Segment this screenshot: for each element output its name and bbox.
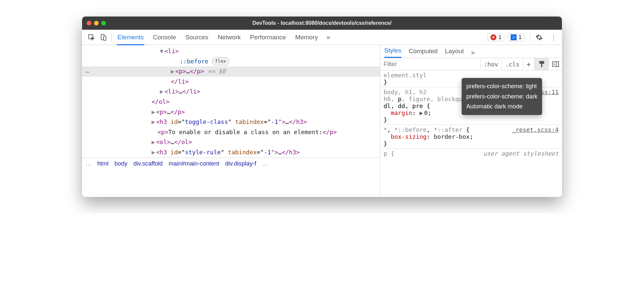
filter-row: :hov .cls +	[380, 58, 562, 70]
dom-tree[interactable]: ▼<li> ::before flex ▶<p>…</p> == $0 </li…	[82, 45, 380, 158]
devtools-window: DevTools - localhost:8080/docs/devtools/…	[82, 17, 562, 197]
issue-icon: ≡	[511, 34, 517, 40]
error-icon: ✕	[490, 34, 496, 40]
dom-pseudo[interactable]: ::before	[180, 58, 208, 65]
popup-item-auto-dark[interactable]: Automatic dark mode	[466, 101, 537, 112]
source-link[interactable]: _reset.scss:4	[512, 126, 559, 133]
toolbar-right: ✕ 1 ≡ 1 ⋮	[487, 33, 559, 42]
dom-selected-row[interactable]: ▶<p>…</p> == $0	[82, 66, 380, 77]
more-side-tabs-icon[interactable]: »	[471, 49, 475, 56]
cls-button[interactable]: .cls	[501, 59, 523, 69]
eq0-marker: == $0	[204, 68, 226, 75]
new-rule-button[interactable]: +	[523, 59, 534, 70]
dom-node[interactable]: </li>	[171, 78, 189, 85]
svg-rect-3	[552, 62, 558, 67]
body-split: ▼<li> ::before flex ▶<p>…</p> == $0 </li…	[82, 45, 562, 197]
tab-memory[interactable]: Memory	[295, 30, 319, 44]
device-toggle-icon[interactable]	[97, 31, 109, 43]
breadcrumb-item[interactable]: div.scaffold	[133, 160, 162, 167]
tab-performance[interactable]: Performance	[249, 30, 287, 44]
breadcrumb-overflow[interactable]: …	[262, 160, 268, 167]
tab-console[interactable]: Console	[152, 30, 177, 44]
main-tabs: Elements Console Sources Network Perform…	[114, 30, 487, 44]
svg-rect-2	[104, 36, 106, 40]
dom-node[interactable]: ▶<h3 id="style-rule" tabindex="-1">…</h3…	[82, 147, 380, 158]
breadcrumb-item[interactable]: body	[115, 160, 127, 167]
user-agent-label: user agent stylesheet	[483, 150, 559, 157]
dom-node[interactable]: </ol>	[152, 98, 169, 105]
errors-count: 1	[498, 34, 501, 40]
tab-computed[interactable]: Computed	[409, 48, 438, 57]
tab-sources[interactable]: Sources	[185, 30, 209, 44]
rendering-emulations-icon[interactable]	[534, 58, 549, 70]
dom-node[interactable]: ▶<h3 id="toggle-class" tabindex="-1">…</…	[82, 117, 380, 127]
style-rule[interactable]: user agent stylesheetp {	[380, 149, 562, 158]
dom-node[interactable]: ▶<ol>…</ol>	[82, 137, 380, 147]
tab-styles[interactable]: Styles	[384, 47, 401, 58]
inspect-element-icon[interactable]	[85, 31, 97, 43]
kebab-menu-icon[interactable]: ⋮	[549, 33, 559, 41]
more-tabs-icon[interactable]: »	[327, 33, 330, 41]
breadcrumb-item[interactable]: div.display-f	[225, 160, 256, 167]
tab-network[interactable]: Network	[217, 30, 242, 44]
popup-item-dark[interactable]: prefers-color-scheme: dark	[466, 92, 537, 102]
main-toolbar: Elements Console Sources Network Perform…	[82, 30, 562, 45]
settings-icon[interactable]	[535, 34, 545, 41]
dom-node[interactable]: <p>To enable or disable a class on an el…	[82, 127, 380, 137]
popup-item-light[interactable]: prefers-color-scheme: light	[466, 81, 537, 92]
breadcrumb-overflow[interactable]: …	[85, 160, 91, 167]
dom-node[interactable]: <li>	[164, 48, 179, 55]
window-title: DevTools - localhost:8080/docs/devtools/…	[82, 20, 562, 26]
styles-filter-input[interactable]	[380, 59, 480, 70]
issues-badge[interactable]: ≡ 1	[508, 33, 525, 41]
styles-pane: Styles Computed Layout » :hov .cls + e	[380, 45, 562, 197]
separator	[530, 33, 530, 42]
errors-badge[interactable]: ✕ 1	[487, 33, 504, 41]
rendering-emulation-popup: prefers-color-scheme: light prefers-colo…	[462, 78, 542, 115]
styles-tabs: Styles Computed Layout »	[380, 45, 562, 58]
breadcrumb-item[interactable]: main#main-content	[168, 160, 219, 167]
elements-pane: ▼<li> ::before flex ▶<p>…</p> == $0 </li…	[82, 45, 380, 197]
titlebar: DevTools - localhost:8080/docs/devtools/…	[82, 17, 562, 30]
tab-elements[interactable]: Elements	[117, 30, 144, 45]
tab-layout[interactable]: Layout	[445, 48, 464, 57]
style-rule[interactable]: _reset.scss:4*, *::before, *::after { bo…	[380, 125, 562, 149]
issues-count: 1	[519, 34, 522, 40]
toggle-computed-panel-icon[interactable]	[549, 61, 562, 67]
separator	[111, 33, 112, 42]
breadcrumb: … html body div.scaffold main#main-conte…	[82, 158, 380, 170]
breadcrumb-item[interactable]: html	[97, 160, 109, 167]
hov-button[interactable]: :hov	[480, 59, 501, 69]
flex-badge[interactable]: flex	[212, 57, 229, 66]
